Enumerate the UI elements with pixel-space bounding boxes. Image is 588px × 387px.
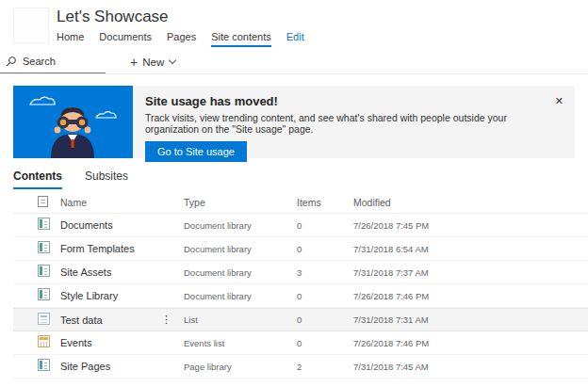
- site-header: Let's Showcase Home Documents Pages Site…: [0, 0, 588, 47]
- table-row[interactable]: Test data ⋮ List 0 7/31/2018 7:31 AM: [13, 308, 588, 331]
- table-row[interactable]: Site Pages ⋮ Page library 2 7/31/2018 7:…: [13, 355, 588, 379]
- table-body: Documents ⋮ Document library 0 7/26/2018…: [13, 214, 588, 379]
- row-type: Document library: [184, 244, 297, 254]
- row-type: Document library: [184, 267, 297, 278]
- column-header-items[interactable]: Items: [297, 197, 353, 208]
- document-type-icon: [38, 196, 48, 207]
- nav-home[interactable]: Home: [57, 31, 84, 47]
- row-type: Document library: [184, 291, 297, 301]
- nav-edit[interactable]: Edit: [286, 31, 304, 47]
- row-name-link[interactable]: Events: [60, 337, 92, 348]
- table-row[interactable]: Site Assets ⋮ Document library 3 7/31/20…: [13, 261, 588, 284]
- search-input[interactable]: Search: [0, 50, 106, 73]
- row-icon-cell: [38, 334, 60, 351]
- row-items: 0: [297, 220, 353, 231]
- banner-title: Site usage has moved!: [145, 94, 547, 108]
- table-row[interactable]: Style Library ⋮ Document library 0 7/26/…: [13, 284, 588, 308]
- chevron-down-icon: [169, 56, 176, 64]
- table-row[interactable]: Documents ⋮ Document library 0 7/26/2018…: [13, 214, 588, 237]
- banner-illustration: [13, 86, 133, 158]
- row-name-link[interactable]: Form Templates: [60, 243, 135, 254]
- row-modified: 7/31/2018 7:31 AM: [353, 314, 588, 325]
- row-type: Page library: [184, 362, 297, 372]
- plus-icon: +: [130, 55, 138, 70]
- table-row[interactable]: Events ⋮ Events list 0 7/26/2018 7:46 PM: [13, 331, 588, 355]
- header-text: Let's Showcase Home Documents Pages Site…: [57, 8, 319, 47]
- row-icon-cell: [38, 217, 60, 234]
- command-bar: Search + New: [0, 50, 588, 74]
- row-icon-cell: [38, 264, 60, 281]
- row-type-icon: [38, 265, 50, 277]
- row-type-icon: [38, 218, 50, 230]
- row-modified: 7/31/2018 7:45 AM: [353, 362, 588, 372]
- row-items: 2: [297, 362, 353, 372]
- row-icon-cell: [38, 312, 60, 329]
- row-type: Document library: [184, 220, 297, 231]
- icon-column-header[interactable]: [38, 196, 60, 209]
- row-items: 0: [297, 291, 353, 301]
- row-type: List: [184, 314, 297, 325]
- row-icon-cell: [38, 358, 60, 375]
- banner-body: Site usage has moved! Track visits, view…: [133, 86, 575, 158]
- row-type-icon: [38, 241, 50, 253]
- row-type-icon: [38, 335, 50, 347]
- row-name-link[interactable]: Test data: [60, 314, 103, 326]
- row-name-link[interactable]: Documents: [60, 219, 113, 231]
- row-modified: 7/31/2018 7:37 AM: [353, 267, 588, 278]
- site-usage-banner: Site usage has moved! Track visits, view…: [13, 86, 575, 158]
- row-icon-cell: [38, 287, 60, 304]
- row-items: 3: [297, 267, 353, 278]
- row-modified: 7/31/2018 6:54 AM: [353, 244, 588, 254]
- row-icon-cell: [38, 240, 60, 257]
- site-contents-table: Name Type Items Modified Documents ⋮ Doc…: [13, 191, 588, 379]
- row-modified: 7/26/2018 7:46 PM: [353, 291, 588, 301]
- tab-contents[interactable]: Contents: [13, 169, 62, 189]
- row-items: 0: [297, 338, 353, 348]
- close-icon[interactable]: ✕: [553, 93, 565, 109]
- row-type-icon: [38, 288, 50, 300]
- banner-message: Track visits, view trending content, and…: [145, 112, 547, 135]
- row-type-icon: [38, 313, 50, 325]
- row-items: 0: [297, 244, 353, 254]
- search-placeholder: Search: [23, 56, 56, 67]
- nav-documents[interactable]: Documents: [99, 31, 152, 47]
- column-header-modified[interactable]: Modified: [353, 197, 588, 208]
- go-to-site-usage-button[interactable]: Go to Site usage: [145, 141, 247, 162]
- new-button-label: New: [142, 56, 164, 68]
- row-name-link[interactable]: Style Library: [60, 290, 118, 301]
- new-button[interactable]: + New: [130, 55, 175, 70]
- search-icon: [6, 56, 17, 67]
- tab-subsites[interactable]: Subsites: [85, 169, 128, 189]
- row-name-link[interactable]: Site Pages: [60, 361, 110, 372]
- row-modified: 7/26/2018 7:46 PM: [353, 338, 588, 348]
- contents-tabs: Contents Subsites: [13, 169, 575, 189]
- column-header-name[interactable]: Name: [60, 197, 184, 208]
- row-name-link[interactable]: Site Assets: [60, 266, 111, 278]
- row-modified: 7/26/2018 7:45 PM: [353, 220, 588, 231]
- row-menu-icon[interactable]: ⋮: [158, 314, 174, 326]
- table-row[interactable]: Form Templates ⋮ Document library 0 7/31…: [13, 237, 588, 261]
- nav-pages[interactable]: Pages: [167, 31, 196, 47]
- row-type: Events list: [184, 338, 297, 348]
- site-logo[interactable]: [13, 8, 49, 43]
- site-title[interactable]: Let's Showcase: [57, 8, 319, 26]
- row-type-icon: [38, 359, 50, 371]
- row-items: 0: [297, 314, 353, 325]
- site-nav: Home Documents Pages Site contents Edit: [57, 31, 319, 47]
- table-header-row: Name Type Items Modified: [13, 191, 588, 214]
- nav-site-contents[interactable]: Site contents: [211, 31, 271, 47]
- column-header-type[interactable]: Type: [184, 197, 297, 208]
